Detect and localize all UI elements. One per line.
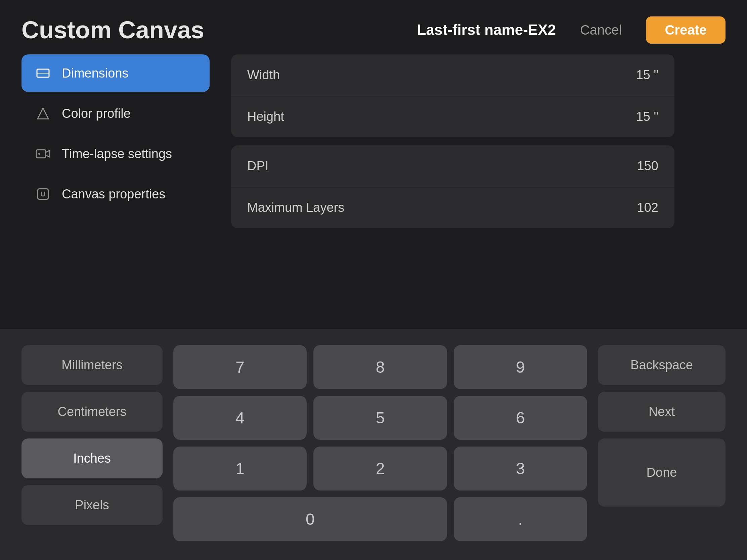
- unit-inches-button[interactable]: Inches: [22, 438, 162, 478]
- header: Custom Canvas Last-first name-EX2 Cancel…: [0, 0, 747, 54]
- unit-centimeters-button[interactable]: Centimeters: [22, 392, 162, 432]
- timelapse-icon: [33, 144, 52, 163]
- numpad-1[interactable]: 1: [173, 447, 307, 490]
- done-button[interactable]: Done: [598, 438, 725, 507]
- svg-point-3: [38, 153, 40, 155]
- dimensions-icon: [33, 64, 52, 83]
- numpad-2[interactable]: 2: [313, 447, 447, 490]
- sidebar-item-label-color-profile: Color profile: [62, 106, 131, 121]
- numpad-3[interactable]: 3: [454, 447, 587, 490]
- width-value: 15 ": [636, 68, 658, 82]
- page-title: Custom Canvas: [22, 16, 417, 44]
- canvas-properties-icon: U: [33, 185, 52, 204]
- header-right: Last-first name-EX2 Cancel Create: [417, 17, 725, 44]
- create-button[interactable]: Create: [646, 17, 725, 44]
- numpad-5[interactable]: 5: [313, 396, 447, 440]
- unit-buttons: Millimeters Centimeters Inches Pixels: [22, 345, 162, 525]
- sidebar-item-canvas-properties[interactable]: U Canvas properties: [22, 175, 210, 213]
- cancel-button[interactable]: Cancel: [572, 19, 630, 42]
- unit-pixels-button[interactable]: Pixels: [22, 485, 162, 525]
- sidebar-item-dimensions[interactable]: Dimensions: [22, 54, 210, 92]
- numpad-7[interactable]: 7: [173, 345, 307, 389]
- numpad-6[interactable]: 6: [454, 396, 587, 440]
- numpad: 7 8 9 4 5 6 1 2 3 0 .: [173, 345, 587, 541]
- main-content: Dimensions Color profile Time-lapse sett…: [0, 54, 747, 236]
- numpad-0[interactable]: 0: [173, 497, 447, 541]
- unit-millimeters-button[interactable]: Millimeters: [22, 345, 162, 385]
- numpad-9[interactable]: 9: [454, 345, 587, 389]
- width-row[interactable]: Width 15 ": [231, 54, 674, 96]
- max-layers-value: 102: [637, 201, 658, 215]
- sidebar-item-timelapse[interactable]: Time-lapse settings: [22, 135, 210, 172]
- dpi-value: 150: [637, 159, 658, 173]
- numpad-decimal[interactable]: .: [454, 497, 587, 541]
- svg-rect-2: [36, 150, 46, 158]
- height-value: 15 ": [636, 109, 658, 124]
- document-name: Last-first name-EX2: [417, 22, 556, 38]
- sidebar-item-label-canvas-properties: Canvas properties: [62, 187, 165, 202]
- height-row[interactable]: Height 15 ": [231, 96, 674, 137]
- dpi-row[interactable]: DPI 150: [231, 145, 674, 187]
- numpad-4[interactable]: 4: [173, 396, 307, 440]
- color-profile-icon: [33, 104, 52, 123]
- backspace-button[interactable]: Backspace: [598, 345, 725, 385]
- sidebar-item-color-profile[interactable]: Color profile: [22, 95, 210, 132]
- sidebar: Dimensions Color profile Time-lapse sett…: [22, 54, 210, 236]
- max-layers-row[interactable]: Maximum Layers 102: [231, 187, 674, 228]
- next-button[interactable]: Next: [598, 392, 725, 432]
- dpi-label: DPI: [247, 159, 268, 173]
- dpi-fields-group: DPI 150 Maximum Layers 102: [231, 145, 674, 228]
- svg-text:U: U: [41, 190, 45, 198]
- width-label: Width: [247, 68, 280, 82]
- sidebar-item-label-timelapse: Time-lapse settings: [62, 147, 172, 161]
- dimensions-panel: Width 15 " Height 15 " DPI 150 Maximum L…: [231, 54, 674, 236]
- size-fields-group: Width 15 " Height 15 ": [231, 54, 674, 137]
- numpad-8[interactable]: 8: [313, 345, 447, 389]
- sidebar-item-label-dimensions: Dimensions: [62, 66, 129, 81]
- numpad-area: Millimeters Centimeters Inches Pixels 7 …: [0, 329, 747, 560]
- max-layers-label: Maximum Layers: [247, 201, 344, 215]
- height-label: Height: [247, 109, 284, 124]
- action-buttons: Backspace Next Done: [598, 345, 725, 507]
